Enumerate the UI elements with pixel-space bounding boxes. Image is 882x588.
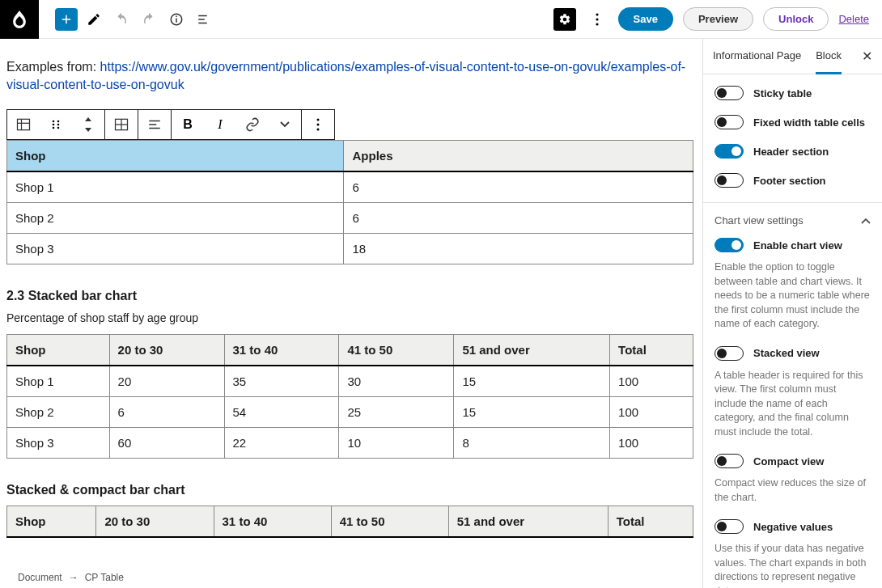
svg-rect-6 (18, 119, 30, 129)
align-button[interactable] (138, 110, 171, 139)
label-negative-values: Negative values (753, 521, 833, 533)
section-sub[interactable]: Percentage of shop staff by age group (6, 311, 702, 324)
intro-text: Examples from: (6, 60, 100, 74)
table-header[interactable]: 41 to 50 (339, 334, 454, 366)
svg-point-11 (53, 123, 55, 125)
save-button[interactable]: Save (618, 7, 673, 31)
toggle-header-section[interactable] (715, 144, 744, 159)
close-sidebar-button[interactable]: ✕ (862, 49, 872, 64)
italic-button[interactable]: I (204, 110, 236, 139)
svg-point-10 (57, 120, 60, 122)
svg-point-9 (53, 120, 55, 122)
table-header[interactable]: 51 and over (454, 334, 610, 366)
table-header[interactable]: 20 to 30 (96, 506, 214, 537)
svg-point-14 (57, 126, 60, 129)
breadcrumb-document[interactable]: Document (18, 572, 62, 583)
svg-point-4 (596, 18, 598, 20)
table-row[interactable]: Shop 36022108100 (7, 427, 693, 458)
toggle-fixed-width[interactable] (715, 115, 744, 129)
toggle-stacked-view[interactable] (715, 346, 744, 361)
intro-paragraph[interactable]: Examples from: https://www.gov.uk/govern… (6, 58, 702, 95)
table-header[interactable]: 31 to 40 (214, 506, 331, 537)
toggle-footer-section[interactable] (715, 173, 744, 188)
add-block-button[interactable] (55, 8, 78, 31)
table-header[interactable]: 31 to 40 (224, 334, 339, 366)
desc-compact-view: Compact view reduces the size of the cha… (715, 476, 871, 505)
block-more-button[interactable] (302, 110, 334, 139)
toggle-enable-chart[interactable] (715, 238, 744, 252)
table-compact[interactable]: Shop 20 to 30 31 to 40 41 to 50 51 and o… (6, 506, 693, 538)
more-menu-button[interactable] (586, 8, 608, 31)
label-fixed-width: Fixed width table cells (753, 116, 865, 129)
svg-rect-1 (176, 18, 177, 22)
table-row[interactable]: Shop 120353015100 (7, 366, 693, 397)
svg-point-20 (317, 128, 320, 130)
preview-button[interactable]: Preview (683, 7, 753, 31)
svg-point-3 (596, 13, 598, 15)
table-header[interactable]: Total (610, 334, 693, 366)
edit-table-button[interactable] (105, 110, 138, 139)
chart-settings-header[interactable]: Chart view settings (715, 214, 871, 226)
label-sticky-table: Sticky table (753, 87, 812, 99)
table-header[interactable]: Shop (7, 140, 344, 171)
block-toolbar: B I (6, 109, 335, 140)
settings-button[interactable] (553, 8, 576, 31)
more-rich-button[interactable] (269, 110, 301, 139)
table-header[interactable]: Apples (344, 140, 693, 171)
table-header[interactable]: Shop (7, 506, 96, 537)
label-enable-chart: Enable chart view (753, 239, 842, 252)
tab-block[interactable]: Block (816, 39, 842, 74)
toggle-negative-values[interactable] (715, 519, 744, 534)
topbar: Save Preview Unlock Delete (0, 0, 882, 39)
label-footer-section: Footer section (753, 175, 826, 187)
breadcrumb-block[interactable]: CP Table (85, 572, 124, 583)
table-header[interactable]: 20 to 30 (109, 334, 224, 366)
sidebar-tabs: Informational Page Block ✕ (703, 39, 882, 74)
table-header[interactable]: 51 and over (448, 506, 608, 537)
tab-informational-page[interactable]: Informational Page (713, 39, 801, 74)
desc-negative-values: Use this if your data has negative value… (715, 542, 871, 588)
outline-button[interactable] (193, 8, 215, 31)
table-header[interactable]: Shop (7, 334, 110, 366)
toggle-sticky-table[interactable] (715, 86, 744, 100)
move-button[interactable] (72, 110, 104, 139)
info-button[interactable] (165, 8, 188, 31)
svg-point-5 (596, 23, 598, 25)
undo-button[interactable] (110, 8, 133, 31)
drag-handle[interactable] (40, 110, 72, 139)
settings-sidebar: Informational Page Block ✕ Sticky table … (702, 39, 882, 588)
block-type-button[interactable] (7, 110, 40, 139)
breadcrumb: Document → CP Table (0, 567, 142, 588)
toolbar-left (55, 8, 215, 31)
table-staff[interactable]: Shop 20 to 30 31 to 40 41 to 50 51 and o… (6, 334, 693, 459)
edit-button[interactable] (83, 8, 105, 31)
table-row[interactable]: Shop 318 (7, 233, 693, 264)
unlock-button[interactable]: Unlock (763, 7, 829, 31)
label-header-section: Header section (753, 146, 829, 158)
svg-point-12 (57, 123, 60, 125)
svg-point-13 (53, 126, 55, 129)
chevron-up-icon (861, 218, 871, 224)
delete-link[interactable]: Delete (838, 13, 869, 25)
link-button[interactable] (236, 110, 269, 139)
label-compact-view: Compact view (753, 455, 824, 467)
breadcrumb-sep: → (69, 572, 78, 583)
desc-stacked-view: A table header is required for this view… (715, 369, 871, 440)
toggle-compact-view[interactable] (715, 454, 744, 468)
table-apples[interactable]: Shop Apples Shop 16 Shop 26 Shop 318 (6, 140, 693, 264)
toolbar-right: Save Preview Unlock Delete (553, 7, 869, 31)
bold-button[interactable]: B (172, 110, 204, 139)
section-heading[interactable]: Stacked & compact bar chart (6, 483, 702, 497)
table-header[interactable]: Total (608, 506, 693, 537)
table-row[interactable]: Shop 26542515100 (7, 396, 693, 427)
intro-link[interactable]: https://www.gov.uk/government/publicatio… (6, 60, 685, 91)
app-logo[interactable] (0, 0, 39, 39)
redo-button[interactable] (138, 8, 160, 31)
table-row[interactable]: Shop 26 (7, 202, 693, 233)
table-header[interactable]: 41 to 50 (331, 506, 448, 537)
editor-canvas[interactable]: Examples from: https://www.gov.uk/govern… (0, 39, 702, 588)
desc-enable-chart: Enable the option to toggle between tabl… (715, 260, 871, 332)
table-row[interactable]: Shop 16 (7, 171, 693, 203)
section-heading[interactable]: 2.3 Stacked bar chart (6, 289, 702, 303)
svg-rect-2 (176, 15, 177, 17)
